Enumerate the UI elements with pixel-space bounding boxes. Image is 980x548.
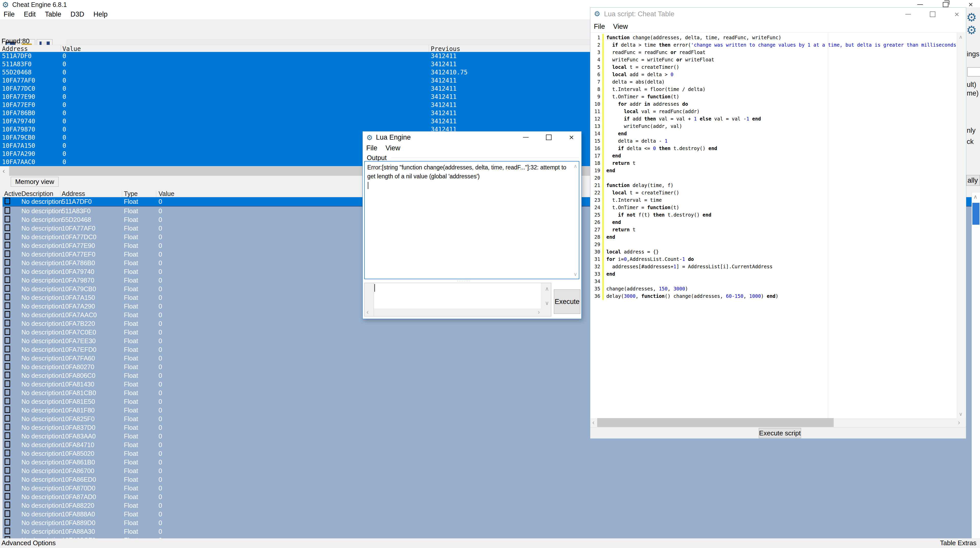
- active-checkbox[interactable]: [5, 502, 10, 508]
- scroll-up-icon[interactable]: ∧: [974, 194, 977, 200]
- edit-field-fragment[interactable]: [967, 67, 980, 76]
- active-checkbox[interactable]: [5, 285, 10, 292]
- scroll-up-icon[interactable]: ∧: [573, 163, 577, 169]
- active-checkbox[interactable]: [5, 432, 10, 439]
- menu-table[interactable]: Table: [40, 9, 66, 19]
- active-checkbox[interactable]: [5, 320, 10, 326]
- execute-button[interactable]: Execute: [554, 289, 581, 314]
- active-checkbox[interactable]: [5, 302, 10, 309]
- lua-engine-menu-file[interactable]: File: [363, 144, 382, 152]
- active-checkbox[interactable]: [5, 450, 10, 456]
- menu-help[interactable]: Help: [89, 9, 112, 19]
- code-editor[interactable]: function change(addresses, delta, time, …: [606, 33, 957, 418]
- active-checkbox[interactable]: [5, 424, 10, 430]
- table-extras-link[interactable]: Table Extras: [940, 539, 977, 547]
- scroll-up-icon[interactable]: ∧: [545, 286, 549, 292]
- active-checkbox[interactable]: [5, 519, 10, 526]
- address-table-row[interactable]: No description10FA87AD0Float0: [3, 492, 972, 501]
- scroll-right-icon[interactable]: ›: [538, 308, 540, 316]
- active-checkbox[interactable]: [5, 415, 10, 422]
- scroll-down-icon[interactable]: ∨: [545, 300, 549, 307]
- active-checkbox[interactable]: [5, 354, 10, 361]
- active-checkbox[interactable]: [5, 294, 10, 300]
- found-row[interactable]: 511A83F003412411: [0, 60, 688, 68]
- found-row[interactable]: 55D2046803412410.75: [0, 68, 688, 76]
- active-checkbox[interactable]: [5, 242, 10, 248]
- found-row[interactable]: 10FA77AF003412411: [0, 76, 688, 84]
- col-value[interactable]: Value: [159, 190, 174, 197]
- active-checkbox[interactable]: [5, 407, 10, 413]
- lua-engine-menu-view[interactable]: View: [382, 144, 404, 152]
- found-col-previous[interactable]: Previous: [431, 45, 460, 52]
- found-row[interactable]: 10FA79CB003412411: [0, 133, 688, 141]
- hscroll-thumb[interactable]: [597, 418, 834, 427]
- address-table-row[interactable]: No description10FA888A0Float0: [3, 510, 972, 518]
- code-hscrollbar[interactable]: ‹ ›: [590, 418, 966, 427]
- menu-file[interactable]: File: [0, 9, 19, 19]
- found-row[interactable]: 10FA786B003412411: [0, 109, 688, 117]
- found-row[interactable]: 10FA7987003412411: [0, 125, 688, 133]
- found-col-address[interactable]: Address: [2, 45, 28, 52]
- splitter-handle[interactable]: ········: [457, 280, 488, 282]
- address-table-row[interactable]: No description10FA88A30Float0: [3, 527, 972, 536]
- address-table-row[interactable]: No description10FA870D0Float0: [3, 484, 972, 492]
- address-table-row[interactable]: No description10FA889D0Float0: [3, 518, 972, 527]
- found-row[interactable]: 10FA7A2900: [0, 150, 688, 158]
- found-row[interactable]: 10FA7974003412411: [0, 117, 688, 125]
- active-checkbox[interactable]: [5, 484, 10, 491]
- active-checkbox[interactable]: [5, 329, 10, 335]
- address-table-vscrollbar[interactable]: ∧: [972, 192, 980, 538]
- vscroll-thumb[interactable]: [972, 203, 980, 225]
- found-col-value[interactable]: Value: [62, 45, 81, 52]
- address-table-row[interactable]: No description10FA84710Float0: [3, 440, 972, 449]
- active-checkbox[interactable]: [5, 476, 10, 482]
- active-checkbox[interactable]: [5, 467, 10, 473]
- lua-script-menu-file[interactable]: File: [590, 23, 609, 30]
- address-table-row[interactable]: No description10FA88CF0Float0: [3, 536, 972, 538]
- active-checkbox[interactable]: [5, 441, 10, 448]
- active-checkbox[interactable]: [5, 527, 10, 534]
- active-checkbox[interactable]: [5, 259, 10, 266]
- lua-script-menu-view[interactable]: View: [609, 23, 632, 30]
- active-checkbox[interactable]: [5, 380, 10, 387]
- lua-output-box[interactable]: Error:[string "function change(addresses…: [364, 161, 579, 279]
- active-checkbox[interactable]: [5, 311, 10, 318]
- active-checkbox[interactable]: [5, 198, 10, 204]
- menu-edit[interactable]: Edit: [19, 9, 41, 19]
- found-row[interactable]: 10FA77DC003412411: [0, 84, 688, 93]
- minimize-button[interactable]: [900, 8, 916, 21]
- active-checkbox[interactable]: [5, 363, 10, 370]
- found-row[interactable]: 10FA77EF003412411: [0, 101, 688, 109]
- lua-command-input[interactable]: [374, 283, 541, 308]
- minimize-button[interactable]: [515, 132, 536, 143]
- found-row[interactable]: 10FA7AAC00: [0, 158, 688, 166]
- menu-d3d[interactable]: D3D: [66, 9, 89, 19]
- execute-script-button[interactable]: Execute script: [759, 428, 801, 438]
- active-checkbox[interactable]: [5, 233, 10, 240]
- active-checkbox[interactable]: [5, 251, 10, 257]
- active-checkbox[interactable]: [5, 276, 10, 283]
- button-fragment[interactable]: ally: [966, 175, 980, 186]
- active-checkbox[interactable]: [5, 207, 10, 214]
- scroll-left-icon[interactable]: ‹: [592, 419, 595, 426]
- active-checkbox[interactable]: [5, 268, 10, 275]
- maximize-button[interactable]: [924, 8, 941, 21]
- address-table-row[interactable]: No description10FA861B0Float0: [3, 458, 972, 467]
- found-row[interactable]: 511A7DF003412411: [0, 52, 688, 60]
- maximize-button[interactable]: [539, 132, 559, 143]
- active-checkbox[interactable]: [5, 216, 10, 222]
- scroll-down-icon[interactable]: ∨: [573, 271, 577, 277]
- scroll-down-icon[interactable]: ∨: [959, 411, 963, 417]
- active-checkbox[interactable]: [5, 536, 10, 538]
- scroll-left-icon[interactable]: ‹: [366, 308, 369, 316]
- found-row[interactable]: 10FA77E9003412411: [0, 93, 688, 101]
- scroll-right-icon[interactable]: ›: [958, 419, 960, 426]
- address-table-row[interactable]: No description10FA85020Float0: [3, 449, 972, 458]
- close-button[interactable]: ×: [562, 132, 581, 143]
- address-table-row[interactable]: No description10FA86700Float0: [3, 467, 972, 475]
- code-vscrollbar[interactable]: ∧ ∨: [957, 33, 966, 418]
- col-active[interactable]: Active: [4, 190, 21, 197]
- active-checkbox[interactable]: [5, 398, 10, 404]
- active-checkbox[interactable]: [5, 372, 10, 378]
- col-type[interactable]: Type: [124, 190, 138, 197]
